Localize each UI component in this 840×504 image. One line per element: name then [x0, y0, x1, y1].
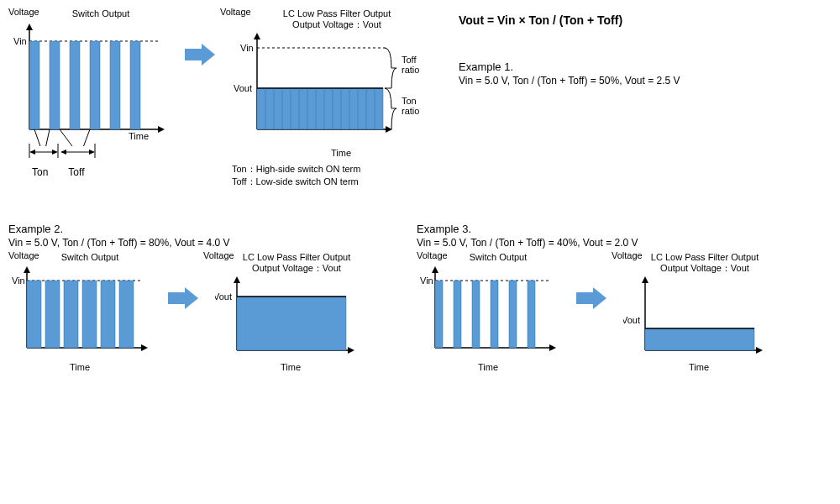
- svg-marker-28: [254, 33, 260, 39]
- ex2-filter-chart: Voltage LC Low Pass Filter OutputOutput …: [215, 252, 366, 372]
- svg-text:Vout: Vout: [623, 315, 640, 325]
- ex2-head: Example 2.: [8, 223, 366, 235]
- svg-rect-58: [64, 281, 78, 348]
- ex2-switch-chart: Voltage Switch Output Vin Time: [8, 252, 151, 372]
- switch-plot: Vin: [8, 20, 168, 146]
- ex3-body: Vin = 5.0 V, Ton / (Ton + Toff) = 40%, V…: [417, 237, 774, 249]
- definitions: Ton：High-side switch ON term Toff：Low-si…: [232, 163, 425, 189]
- svg-rect-6: [29, 41, 39, 129]
- svg-rect-60: [101, 281, 115, 348]
- example-3: Example 3. Vin = 5.0 V, Ton / (Ton + Tof…: [417, 223, 774, 372]
- svg-text:Vin: Vin: [13, 36, 27, 46]
- toff-ratio-label: Toff ratio: [402, 55, 425, 75]
- filter-title: LC Low Pass Filter OutputOutput Voltage：…: [232, 8, 425, 31]
- ton-label: Ton: [32, 166, 48, 178]
- svg-marker-63: [185, 287, 198, 309]
- svg-rect-68: [237, 297, 346, 350]
- svg-rect-7: [50, 41, 60, 129]
- ylabel: Voltage: [220, 7, 251, 17]
- svg-rect-9: [90, 41, 100, 129]
- svg-text:Vin: Vin: [240, 43, 254, 53]
- svg-rect-57: [45, 281, 60, 348]
- svg-marker-20: [60, 150, 66, 155]
- svg-marker-18: [52, 150, 58, 155]
- ex3-switch-chart: Voltage Switch Output Vin Time: [417, 252, 559, 372]
- svg-rect-89: [645, 328, 754, 350]
- ex1-body: Vin = 5.0 V, Ton / (Ton + Toff) = 50%, V…: [459, 75, 680, 87]
- svg-rect-10: [110, 41, 120, 129]
- ex3-filter-chart: Voltage LC Low Pass Filter OutputOutput …: [623, 252, 774, 372]
- svg-marker-74: [549, 344, 556, 351]
- svg-rect-25: [185, 49, 202, 60]
- svg-rect-80: [491, 281, 498, 348]
- svg-marker-72: [432, 266, 438, 273]
- svg-text:Vin: Vin: [420, 276, 433, 286]
- ex1-head: Example 1.: [459, 60, 680, 73]
- row-bottom: Example 2. Vin = 5.0 V, Ton / (Ton + Tof…: [8, 223, 832, 372]
- svg-marker-17: [29, 150, 35, 155]
- svg-marker-86: [642, 276, 648, 283]
- svg-text:Vout: Vout: [234, 83, 252, 93]
- svg-rect-11: [130, 41, 140, 129]
- svg-marker-67: [348, 347, 354, 354]
- formula-block: Vout = Vin × Ton / (Ton + Toff) Example …: [459, 13, 680, 87]
- example-2: Example 2. Vin = 5.0 V, Ton / (Ton + Tof…: [8, 223, 366, 372]
- svg-rect-59: [82, 281, 97, 348]
- top-filter-chart: Voltage LC Low Pass Filter OutputOutput …: [232, 8, 425, 189]
- arrow-icon: [576, 286, 606, 311]
- ylabel: Voltage: [8, 7, 39, 17]
- toff-label: Toff: [68, 166, 84, 178]
- svg-marker-21: [89, 150, 95, 155]
- filter-plot: Vin Vout: [232, 33, 400, 146]
- svg-text:Vin: Vin: [12, 276, 25, 286]
- svg-marker-65: [234, 276, 240, 283]
- svg-marker-1: [26, 24, 33, 30]
- ex2-body: Vin = 5.0 V, Ton / (Ton + Toff) = 80%, V…: [8, 237, 366, 249]
- svg-rect-79: [472, 281, 480, 348]
- arrow-icon: [185, 42, 215, 67]
- svg-marker-53: [141, 344, 148, 351]
- ex3-head: Example 3.: [417, 223, 774, 235]
- formula: Vout = Vin × Ton / (Ton + Toff): [459, 13, 680, 27]
- svg-rect-62: [168, 292, 185, 304]
- svg-rect-83: [576, 292, 593, 304]
- svg-rect-81: [509, 281, 517, 348]
- svg-marker-26: [202, 44, 215, 66]
- svg-rect-8: [70, 41, 80, 129]
- top-switch-chart: Voltage Switch Output Vin Time: [8, 8, 168, 178]
- svg-rect-61: [119, 281, 134, 348]
- row-top: Voltage Switch Output Vin Time: [8, 8, 832, 189]
- svg-marker-84: [593, 287, 606, 309]
- svg-rect-82: [528, 281, 535, 348]
- ton-ratio-label: Ton ratio: [402, 96, 425, 116]
- svg-rect-33: [257, 88, 383, 129]
- svg-rect-78: [454, 281, 461, 348]
- svg-text:Vout: Vout: [215, 291, 232, 302]
- svg-marker-51: [24, 266, 30, 273]
- arrow-icon: [168, 286, 198, 311]
- xlabel: Time: [232, 148, 425, 158]
- svg-rect-56: [27, 281, 41, 348]
- svg-rect-77: [435, 281, 443, 348]
- svg-marker-88: [756, 347, 763, 354]
